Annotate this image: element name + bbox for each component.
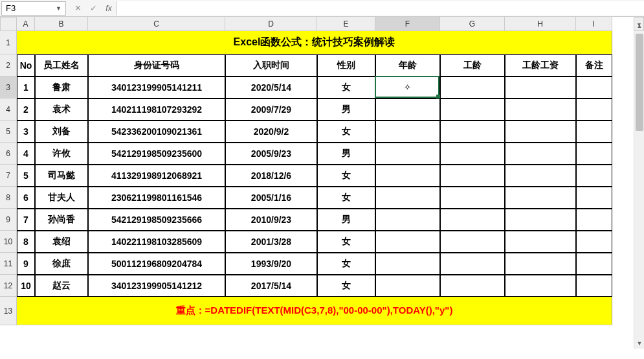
scroll-down-arrow-icon[interactable]: ▼	[634, 338, 644, 349]
header-cell-G[interactable]: 工龄	[440, 54, 505, 76]
cell-F12[interactable]	[375, 275, 440, 297]
cell-A3[interactable]: 1	[17, 76, 35, 98]
cell-A5[interactable]: 3	[17, 121, 35, 143]
formula-input[interactable]	[117, 1, 644, 16]
cell-G9[interactable]	[440, 209, 505, 231]
cell-B5[interactable]: 刘备	[35, 121, 88, 143]
cell-C9[interactable]: 542129198509235666	[88, 209, 225, 231]
column-header-B[interactable]: B	[35, 17, 88, 31]
cell-G4[interactable]	[440, 98, 505, 121]
name-box-dropdown-icon[interactable]: ▼	[56, 5, 61, 12]
cell-B8[interactable]: 甘夫人	[35, 187, 88, 209]
formula-cancel-button[interactable]: ✕	[70, 1, 85, 16]
cell-B12[interactable]: 赵云	[35, 275, 88, 297]
cell-G3[interactable]	[440, 76, 505, 98]
header-cell-A[interactable]: No	[17, 54, 35, 76]
cell-F3[interactable]	[375, 76, 440, 98]
cell-D6[interactable]: 2005/9/23	[225, 143, 317, 165]
cell-D5[interactable]: 2020/9/2	[225, 121, 317, 143]
cell-I4[interactable]	[576, 98, 612, 121]
cell-C3[interactable]: 340123199905141211	[88, 76, 225, 98]
cell-E5[interactable]: 女	[317, 121, 375, 143]
cell-C10[interactable]: 140221198103285609	[88, 231, 225, 253]
cell-E3[interactable]: 女	[317, 76, 375, 98]
cell-H11[interactable]	[505, 253, 576, 275]
cell-C11[interactable]: 500112196809204784	[88, 253, 225, 275]
insert-function-button[interactable]: fx	[101, 1, 117, 16]
cell-F10[interactable]	[375, 231, 440, 253]
cell-E6[interactable]: 男	[317, 143, 375, 165]
cell-E11[interactable]: 女	[317, 253, 375, 275]
column-header-C[interactable]: C	[88, 17, 225, 31]
cell-H10[interactable]	[505, 231, 576, 253]
cell-I10[interactable]	[576, 231, 612, 253]
name-box[interactable]: F3 ▼	[1, 1, 66, 16]
row-header-1[interactable]: 1	[0, 31, 17, 54]
cell-B9[interactable]: 孙尚香	[35, 209, 88, 231]
cell-A4[interactable]: 2	[17, 98, 35, 121]
cell-G11[interactable]	[440, 253, 505, 275]
row-header-9[interactable]: 9	[0, 209, 17, 231]
cell-F11[interactable]	[375, 253, 440, 275]
cell-F9[interactable]	[375, 209, 440, 231]
cell-H3[interactable]	[505, 76, 576, 98]
cell-G7[interactable]	[440, 165, 505, 187]
row-header-4[interactable]: 4	[0, 98, 17, 121]
cell-G12[interactable]	[440, 275, 505, 297]
cell-A10[interactable]: 8	[17, 231, 35, 253]
cell-A8[interactable]: 6	[17, 187, 35, 209]
cell-A11[interactable]: 9	[17, 253, 35, 275]
cell-I11[interactable]	[576, 253, 612, 275]
cell-G10[interactable]	[440, 231, 505, 253]
column-header-D[interactable]: D	[225, 17, 317, 31]
header-cell-C[interactable]: 身份证号码	[88, 54, 225, 76]
cell-C8[interactable]: 230621199801161546	[88, 187, 225, 209]
cell-B11[interactable]: 徐庶	[35, 253, 88, 275]
cell-A7[interactable]: 5	[17, 165, 35, 187]
cell-F5[interactable]	[375, 121, 440, 143]
row-header-8[interactable]: 8	[0, 187, 17, 209]
cell-D3[interactable]: 2020/5/14	[225, 76, 317, 98]
cell-H5[interactable]	[505, 121, 576, 143]
row-header-5[interactable]: 5	[0, 121, 17, 143]
cell-B4[interactable]: 袁术	[35, 98, 88, 121]
cell-E8[interactable]: 女	[317, 187, 375, 209]
cell-G6[interactable]	[440, 143, 505, 165]
cell-D8[interactable]: 2005/1/16	[225, 187, 317, 209]
cell-F6[interactable]	[375, 143, 440, 165]
footer-cell[interactable]: 重点：=DATEDIF(TEXT(MID(C3,7,8),"00-00-00")…	[17, 297, 612, 325]
cell-I6[interactable]	[576, 143, 612, 165]
cell-D12[interactable]: 2017/5/14	[225, 275, 317, 297]
row-header-7[interactable]: 7	[0, 165, 17, 187]
column-header-I[interactable]: I	[576, 17, 612, 31]
cell-F8[interactable]	[375, 187, 440, 209]
cell-G8[interactable]	[440, 187, 505, 209]
cell-B3[interactable]: 鲁肃	[35, 76, 88, 98]
cell-I12[interactable]	[576, 275, 612, 297]
cell-C6[interactable]: 542129198509235600	[88, 143, 225, 165]
cell-H6[interactable]	[505, 143, 576, 165]
cell-I8[interactable]	[576, 187, 612, 209]
cell-F4[interactable]	[375, 98, 440, 121]
cell-B10[interactable]: 袁绍	[35, 231, 88, 253]
cell-E9[interactable]: 男	[317, 209, 375, 231]
header-cell-D[interactable]: 入职时间	[225, 54, 317, 76]
cell-C12[interactable]: 340123199905141212	[88, 275, 225, 297]
header-cell-F[interactable]: 年龄	[375, 54, 440, 76]
cell-E4[interactable]: 男	[317, 98, 375, 121]
column-header-F[interactable]: F	[375, 17, 440, 31]
row-header-11[interactable]: 11	[0, 253, 17, 275]
cell-D11[interactable]: 1993/9/20	[225, 253, 317, 275]
cell-I3[interactable]	[576, 76, 612, 98]
cell-A6[interactable]: 4	[17, 143, 35, 165]
header-cell-E[interactable]: 性别	[317, 54, 375, 76]
cell-C5[interactable]: 542336200109021361	[88, 121, 225, 143]
cell-D7[interactable]: 2018/12/6	[225, 165, 317, 187]
cell-G5[interactable]	[440, 121, 505, 143]
scrollbar-thumb[interactable]	[636, 34, 643, 131]
title-cell[interactable]: Excel函数公式：统计技巧案例解读	[17, 31, 612, 54]
cell-D4[interactable]: 2009/7/29	[225, 98, 317, 121]
cell-B7[interactable]: 司马懿	[35, 165, 88, 187]
cell-C7[interactable]: 411329198912068921	[88, 165, 225, 187]
header-cell-B[interactable]: 员工姓名	[35, 54, 88, 76]
